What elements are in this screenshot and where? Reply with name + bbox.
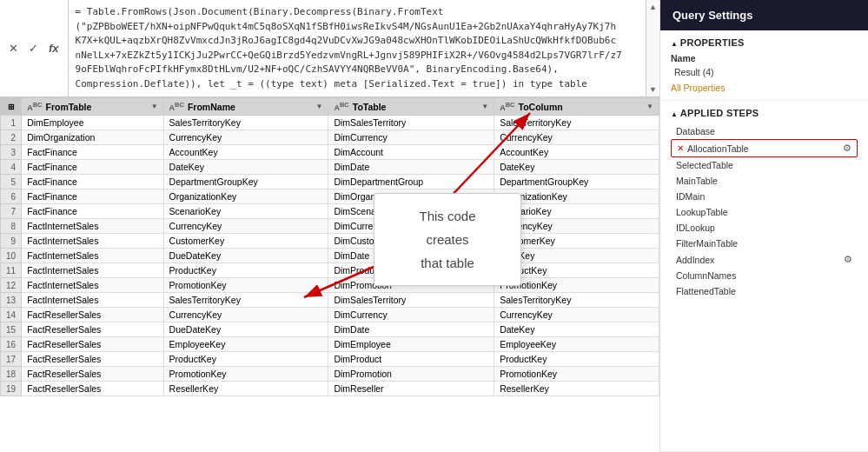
table-cell: DueDateKey: [163, 322, 328, 337]
scroll-up-arrow[interactable]: ▲: [646, 0, 659, 14]
confirm-formula-button[interactable]: ✓: [25, 40, 42, 56]
all-properties-link[interactable]: All Properties: [671, 83, 725, 93]
step-item-addindex[interactable]: AddIndex⚙: [671, 251, 858, 268]
table-cell: DepartmentGroupKey: [163, 175, 328, 189]
row-number: 11: [1, 263, 22, 278]
table-row[interactable]: 8FactInternetSalesCurrencyKeyDimCurrency…: [1, 219, 659, 234]
col-header-to-table[interactable]: ABC ToTable ▼: [328, 98, 494, 116]
table-cell: ProductKey: [494, 352, 659, 367]
table-cell: DimScenario: [328, 204, 494, 219]
name-property-row: Name Result (4): [671, 53, 858, 79]
row-number: 12: [1, 278, 22, 293]
step-item-selectedtable[interactable]: SelectedTable: [671, 157, 858, 173]
table-row[interactable]: 17FactResellerSalesProductKeyDimProductP…: [1, 352, 659, 367]
table-cell: ScenarioKey: [163, 204, 328, 219]
formula-text[interactable]: = Table.FromRows(Json.Document(Binary.De…: [69, 0, 646, 96]
step-item-idmain[interactable]: IDMain: [671, 189, 858, 204]
table-cell: DateKey: [494, 160, 659, 175]
step-item-database[interactable]: Database: [671, 123, 858, 139]
col-header-from-table[interactable]: ABC FromTable ▼: [22, 98, 163, 116]
step-item-left: IDLookup: [676, 223, 715, 233]
formula-scrollbar[interactable]: ▲ ▼: [646, 0, 659, 96]
table-cell: PromotionKey: [494, 367, 659, 382]
table-row[interactable]: 10FactInternetSalesDueDateKeyDimDateDate…: [1, 249, 659, 263]
row-number: 4: [1, 160, 22, 175]
table-cell: FactFinance: [22, 145, 163, 160]
table-cell: DimSalesTerritory: [328, 293, 494, 308]
col-header-to-column[interactable]: ABC ToColumn ▼: [494, 98, 659, 116]
table-cell: FactResellerSales: [22, 352, 163, 367]
table-cell: DimCurrency: [328, 308, 494, 322]
table-cell: ScenarioKey: [494, 204, 659, 219]
table-cell: DateKey: [163, 160, 328, 175]
step-item-filtermaintable[interactable]: FilterMainTable: [671, 236, 858, 251]
row-number: 14: [1, 308, 22, 322]
table-row[interactable]: 18FactResellerSalesPromotionKeyDimPromot…: [1, 367, 659, 382]
table-cell: FactInternetSales: [22, 278, 163, 293]
step-item-left: IDMain: [676, 191, 705, 202]
sidebar: Query Settings PROPERTIES Name Result (4…: [659, 0, 868, 452]
table-cell: DimProduct: [328, 263, 494, 278]
table-row[interactable]: 9FactInternetSalesCustomerKeyDimCustomer…: [1, 234, 659, 249]
row-number: 10: [1, 249, 22, 263]
cancel-formula-button[interactable]: ✕: [5, 40, 22, 56]
table-cell: CurrencyKey: [163, 130, 328, 145]
applied-steps-title: APPLIED STEPS: [671, 108, 858, 118]
table-cell: OrganizationKey: [494, 189, 659, 204]
table-cell: DimEmployee: [22, 116, 163, 130]
table-cell: DimPromotion: [328, 278, 494, 293]
table-row[interactable]: 13FactInternetSalesSalesTerritoryKeyDimS…: [1, 293, 659, 308]
row-number: 13: [1, 293, 22, 308]
table-cell: DimCustomer: [328, 234, 494, 249]
table-cell: DimEmployee: [328, 337, 494, 352]
table-row[interactable]: 5FactFinanceDepartmentGroupKeyDimDepartm…: [1, 175, 659, 189]
table-cell: CurrencyKey: [494, 219, 659, 234]
step-item-idlookup[interactable]: IDLookup: [671, 220, 858, 236]
col-dropdown-to-table[interactable]: ▼: [481, 103, 488, 110]
fx-button[interactable]: fx: [45, 40, 63, 56]
step-item-allocationtable[interactable]: ✕AllocationTable⚙: [671, 139, 858, 157]
step-gear-icon[interactable]: ⚙: [844, 254, 852, 265]
properties-section-title: PROPERTIES: [671, 37, 858, 48]
step-name-label: AddIndex: [676, 255, 714, 265]
all-properties-link-row[interactable]: All Properties: [671, 83, 858, 93]
table-cell: CurrencyKey: [163, 308, 328, 322]
name-label: Name: [671, 53, 858, 63]
col-header-from-name[interactable]: ABC FromName ▼: [163, 98, 328, 116]
col-dropdown-from-name[interactable]: ▼: [316, 103, 323, 110]
step-name-label: Database: [676, 126, 715, 136]
table-row[interactable]: 16FactResellerSalesEmployeeKeyDimEmploye…: [1, 337, 659, 352]
step-item-left: Database: [676, 126, 715, 136]
table-row[interactable]: 1DimEmployeeSalesTerritoryKeyDimSalesTer…: [1, 116, 659, 130]
row-number: 19: [1, 382, 22, 396]
step-item-columnnames[interactable]: ColumnNames: [671, 268, 858, 283]
scroll-down-arrow[interactable]: ▼: [646, 83, 659, 96]
step-item-left: SelectedTable: [676, 160, 733, 170]
table-cell: CustomerKey: [494, 234, 659, 249]
table-row[interactable]: 11FactInternetSalesProductKeyDimProductP…: [1, 263, 659, 278]
step-item-lookuptable[interactable]: LookupTable: [671, 204, 858, 220]
table-row[interactable]: 2DimOrganizationCurrencyKeyDimCurrencyCu…: [1, 130, 659, 145]
row-number: 18: [1, 367, 22, 382]
row-number: 16: [1, 337, 22, 352]
table-row[interactable]: 19FactResellerSalesResellerKeyDimReselle…: [1, 382, 659, 396]
table-row[interactable]: 12FactInternetSalesPromotionKeyDimPromot…: [1, 278, 659, 293]
step-item-maintable[interactable]: MainTable: [671, 173, 858, 189]
table-cell: DueDateKey: [163, 249, 328, 263]
table-row[interactable]: 14FactResellerSalesCurrencyKeyDimCurrenc…: [1, 308, 659, 322]
col-dropdown-to-column[interactable]: ▼: [646, 103, 653, 110]
table-row[interactable]: 7FactFinanceScenarioKeyDimScenarioScenar…: [1, 204, 659, 219]
table-row[interactable]: 15FactResellerSalesDueDateKeyDimDateDate…: [1, 322, 659, 337]
data-table-wrapper[interactable]: ⊞ ABC FromTable ▼ ABC: [0, 97, 659, 452]
step-item-flattenedtable[interactable]: FlattenedTable: [671, 283, 858, 299]
table-row[interactable]: 4FactFinanceDateKeyDimDateDateKey: [1, 160, 659, 175]
table-cell: DimReseller: [328, 382, 494, 396]
table-row[interactable]: 3FactFinanceAccountKeyDimAccountAccountK…: [1, 145, 659, 160]
table-cell: FactResellerSales: [22, 382, 163, 396]
table-cell: FactInternetSales: [22, 219, 163, 234]
table-row[interactable]: 6FactFinanceOrganizationKeyDimOrganizati…: [1, 189, 659, 204]
col-dropdown-from-table[interactable]: ▼: [151, 103, 158, 110]
row-number: 2: [1, 130, 22, 145]
step-gear-icon[interactable]: ⚙: [843, 143, 851, 154]
table-cell: FactInternetSales: [22, 249, 163, 263]
